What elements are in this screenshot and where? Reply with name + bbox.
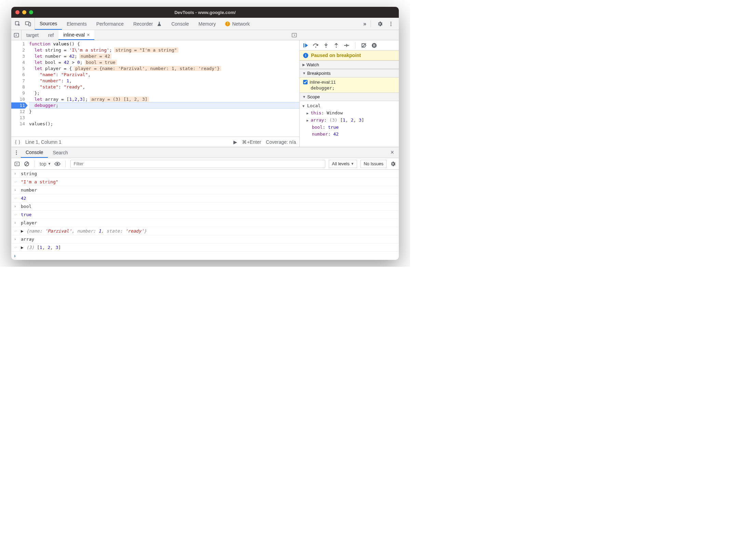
console-body[interactable]: ›string‹·"I'm a string"›number‹·42›bool‹… [11,170,399,252]
warning-icon: ! [225,22,230,26]
code-line[interactable]: "name": "Parzival", [29,72,299,78]
scope-row[interactable]: ▶ array: (3) [1, 2, 3] [307,117,399,124]
scope-local[interactable]: ▼ Local [302,102,399,110]
panel-tab-network[interactable]: !Network [220,18,254,30]
code-line[interactable]: values(); [29,121,299,127]
file-tabs-row: targetrefinline-eval× [11,30,399,40]
pause-exceptions-icon[interactable] [371,42,377,48]
resume-icon[interactable] [302,42,309,48]
step-over-icon[interactable] [313,42,319,48]
show-debugger-icon[interactable] [292,32,297,38]
code-line[interactable]: "number": 1, [29,78,299,84]
step-into-icon[interactable] [323,42,329,48]
output-caret-icon: ‹· [14,180,18,184]
scope-row[interactable]: ▶ this: Window [307,110,399,117]
panel-tab-memory[interactable]: Memory [194,18,221,30]
drawer-tab-search[interactable]: Search [48,147,72,158]
panel-tab-sources[interactable]: Sources [35,18,62,30]
code-line[interactable]: "state": "ready", [29,84,299,90]
input-caret-icon: › [14,188,18,192]
run-icon[interactable]: ▶ [233,139,237,145]
console-row[interactable]: ›array [11,235,399,243]
watch-section[interactable]: ▶Watch [300,60,399,69]
settings-icon[interactable] [377,21,383,27]
levels-selector[interactable]: All levels ▼ [329,160,357,168]
kebab-menu-icon[interactable] [388,21,394,27]
code-editor[interactable]: 1234567891011121314 function values() { … [11,40,299,137]
clear-console-icon[interactable] [24,161,30,167]
code-line[interactable] [29,115,299,121]
filter-input[interactable] [70,160,325,168]
more-tabs-icon[interactable]: » [363,21,366,27]
file-tab-inline-eval[interactable]: inline-eval× [58,30,94,40]
scope-body: ▼ Local ▶ this: Window▶ array: (3) [1, 2… [300,101,399,139]
window-title: DevTools - www.google.com/ [11,10,399,15]
code-line[interactable]: let number = 42;number = 42 [29,53,299,59]
titlebar: DevTools - www.google.com/ [11,7,399,18]
console-row[interactable]: ‹·true [11,211,399,219]
code-line[interactable]: }; [29,90,299,96]
svg-point-17 [16,152,17,153]
breakpoint-checkbox[interactable] [303,80,308,84]
close-tab-icon[interactable]: × [87,32,90,38]
input-caret-icon: › [14,237,18,241]
console-row[interactable]: ‹·42 [11,194,399,202]
console-toolbar: top ▼ All levels ▼ No Issues [11,158,399,170]
console-row[interactable]: ‹·"I'm a string" [11,178,399,186]
paused-text: Paused on breakpoint [311,53,361,58]
inspect-icon[interactable] [15,21,21,27]
code-line[interactable]: let string = 'I\'m a string';string = "I… [29,47,299,53]
pretty-print-icon[interactable]: { } [15,139,21,145]
drawer-menu-icon[interactable] [13,150,19,156]
console-row[interactable]: ›number [11,186,399,194]
panel-tab-performance[interactable]: Performance [92,18,128,30]
breakpoint-row[interactable]: inline-eval:11 debugger; [300,78,399,93]
svg-point-4 [391,23,392,24]
context-selector[interactable]: top ▼ [40,161,51,167]
scope-section[interactable]: ▼Scope [300,93,399,101]
code-line[interactable]: } [29,109,299,115]
code-line[interactable]: function values() { [29,41,299,47]
console-settings-icon[interactable] [390,161,396,167]
inline-eval-badge: number = 42 [79,54,111,59]
step-out-icon[interactable] [333,42,339,48]
device-toggle-icon[interactable] [25,21,31,27]
console-sidebar-icon[interactable] [14,161,20,167]
editor-footer: { } Line 1, Column 1 ▶ ⌘+Enter Coverage:… [11,137,299,147]
live-expression-icon[interactable] [54,161,60,167]
console-row[interactable]: ›bool [11,202,399,211]
svg-point-21 [57,163,58,165]
paused-banner: i Paused on breakpoint [300,51,399,60]
console-prompt[interactable]: › [11,252,399,260]
file-tab-target[interactable]: target [22,30,43,40]
show-navigator-icon[interactable] [11,30,22,40]
code-line[interactable]: let player = {player = {name: 'Parzival'… [29,66,299,72]
svg-point-3 [391,22,392,23]
panel-tab-elements[interactable]: Elements [62,18,91,30]
file-tab-ref[interactable]: ref [43,30,58,40]
inline-eval-badge: player = {name: 'Parzival', number: 1, s… [74,66,221,71]
svg-point-13 [372,43,377,48]
console-row[interactable]: ‹·▶ (3) [1, 2, 3] [11,243,399,252]
run-hint: ⌘+Enter [242,139,261,145]
panel-tab-console[interactable]: Console [166,18,193,30]
panel-tab-recorder[interactable]: Recorder [128,18,167,30]
editor-pane: 1234567891011121314 function values() { … [11,40,300,147]
scope-row[interactable]: bool: true [307,124,399,131]
code-line[interactable]: debugger; [29,102,299,109]
issues-button[interactable]: No Issues [361,160,387,168]
main-split: 1234567891011121314 function values() { … [11,40,399,147]
deactivate-breakpoints-icon[interactable] [361,42,367,48]
step-icon[interactable] [343,42,350,48]
console-row[interactable]: ›string [11,170,399,178]
drawer-tab-console[interactable]: Console [21,147,48,158]
console-row[interactable]: ‹·▶ {name: 'Parzival', number: 1, state:… [11,227,399,235]
code-line[interactable]: let array = [1,2,3];array = (3) [1, 2, 3… [29,96,299,102]
scope-row[interactable]: number: 42 [307,131,399,138]
debugger-sidebar: i Paused on breakpoint ▶Watch ▼Breakpoin… [300,40,399,147]
breakpoints-section[interactable]: ▼Breakpoints [300,69,399,78]
code-line[interactable]: let bool = 42 > 0;bool = true [29,59,299,66]
drawer-close-icon[interactable]: × [388,149,397,156]
console-row[interactable]: ›player [11,219,399,227]
cursor-position: Line 1, Column 1 [25,139,62,145]
